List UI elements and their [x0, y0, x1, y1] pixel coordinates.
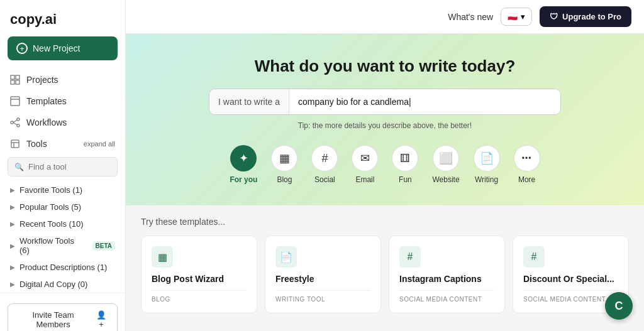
topbar: What's new 🇵🇱 ▾ 🛡 Upgrade to Pro	[126, 0, 644, 34]
blog-icon: ▦	[271, 145, 297, 171]
tools-header: Tools expand all	[0, 133, 125, 155]
svg-point-6	[11, 121, 13, 124]
tree-item-digital-ad[interactable]: ▶ Digital Ad Copy (0)	[0, 276, 125, 293]
instagram-card-title: Instagram Captions	[399, 274, 494, 284]
hero-title: What do you want to write today?	[255, 57, 516, 76]
svg-point-7	[17, 118, 19, 121]
tree-item-favorites[interactable]: ▶ Favorite Tools (1)	[0, 182, 125, 198]
svg-rect-4	[11, 97, 19, 106]
upgrade-button[interactable]: 🛡 Upgrade to Pro	[540, 6, 631, 27]
category-social[interactable]: # Social	[306, 141, 343, 188]
write-input-row: I want to write a	[209, 89, 561, 115]
freestyle-card-title: Freestyle	[275, 274, 370, 284]
category-email[interactable]: ✉ Email	[347, 141, 383, 188]
workflow-icon	[10, 117, 20, 128]
freestyle-card-tag: WRITING TOOL	[275, 290, 370, 303]
fun-label: Fun	[399, 175, 412, 184]
category-row: ✦ For you ▦ Blog # Social ✉ Email ⚅ Fun …	[225, 141, 545, 188]
new-project-button[interactable]: + New Project	[8, 36, 118, 60]
beta-badge: BETA	[92, 241, 115, 251]
freestyle-card-icon: 📄	[275, 246, 297, 268]
tree-arrow-icon: ▶	[10, 264, 15, 271]
svg-rect-2	[11, 80, 14, 84]
shield-icon: 🛡	[550, 12, 558, 21]
upgrade-label: Upgrade to Pro	[562, 12, 621, 21]
chat-bubble[interactable]: C	[605, 292, 633, 320]
tools-label: Tools	[26, 139, 47, 149]
workflow-tools-label: Workflow Tools (6)	[19, 236, 86, 255]
tree-item-product-desc[interactable]: ▶ Product Descriptions (1)	[0, 259, 125, 276]
discount-card-icon: #	[523, 246, 545, 268]
writing-label: Writing	[475, 175, 498, 184]
sidebar-item-projects[interactable]: Projects	[0, 69, 125, 90]
website-label: Website	[432, 175, 459, 184]
recent-label: Recent Tools (10)	[19, 219, 84, 229]
logo: copy.ai	[0, 0, 125, 36]
whats-new-button[interactable]: What's new	[448, 12, 493, 22]
invite-team-button[interactable]: Invite Team Members 👤+	[8, 303, 118, 331]
templates-section: Try these templates... ▦ Blog Post Wizar…	[126, 205, 644, 331]
for-you-icon: ✦	[230, 145, 257, 171]
language-button[interactable]: 🇵🇱 ▾	[501, 8, 532, 26]
category-more[interactable]: ••• More	[509, 141, 545, 188]
svg-line-10	[13, 122, 17, 125]
tree-arrow-icon: ▶	[10, 203, 15, 210]
template-card-blog[interactable]: ▦ Blog Post Wizard BLOG	[141, 236, 257, 313]
writing-icon: 📄	[474, 145, 500, 171]
svg-point-8	[17, 124, 19, 127]
template-card-instagram[interactable]: # Instagram Captions SOCIAL MEDIA CONTEN…	[389, 236, 505, 313]
instagram-card-icon: #	[399, 246, 421, 268]
write-label: I want to write a	[209, 89, 289, 114]
category-blog[interactable]: ▦ Blog	[266, 141, 303, 188]
hero-section: What do you want to write today? I want …	[126, 34, 644, 205]
tree-arrow-icon: ▶	[10, 281, 15, 288]
sidebar-item-workflows[interactable]: Workflows	[0, 112, 125, 133]
category-fun[interactable]: ⚅ Fun	[387, 141, 423, 188]
fun-icon: ⚅	[392, 145, 418, 171]
invite-icon: 👤+	[94, 310, 108, 329]
template-card-freestyle[interactable]: 📄 Freestyle WRITING TOOL	[265, 236, 381, 313]
sidebar: copy.ai + New Project Projects Templates…	[0, 0, 126, 331]
invite-label: Invite Team Members	[17, 310, 89, 329]
expand-all-button[interactable]: expand all	[84, 140, 115, 148]
svg-rect-11	[11, 140, 19, 148]
write-input[interactable]	[289, 89, 560, 114]
grid-icon	[10, 75, 20, 85]
templates-title: Try these templates...	[141, 217, 629, 227]
chevron-down-icon: ▾	[521, 12, 525, 21]
discount-card-tag: SOCIAL MEDIA CONTENT	[523, 290, 618, 303]
template-icon	[10, 96, 20, 106]
flag-icon: 🇵🇱	[508, 12, 518, 21]
svg-rect-0	[11, 75, 14, 79]
category-for-you[interactable]: ✦ For you	[225, 141, 262, 188]
main-content: What's new 🇵🇱 ▾ 🛡 Upgrade to Pro What do…	[126, 0, 644, 331]
plus-circle-icon: +	[16, 43, 28, 54]
category-website[interactable]: ⬜ Website	[427, 141, 464, 188]
templates-label: Templates	[26, 96, 67, 106]
tool-search-box: 🔍	[8, 157, 118, 176]
social-label: Social	[314, 175, 335, 184]
tree-arrow-icon: ▶	[10, 242, 15, 249]
email-icon: ✉	[352, 145, 378, 171]
category-writing[interactable]: 📄 Writing	[469, 141, 505, 188]
more-icon: •••	[514, 145, 540, 171]
projects-label: Projects	[26, 75, 58, 85]
tree-item-recent[interactable]: ▶ Recent Tools (10)	[0, 215, 125, 232]
popular-label: Popular Tools (5)	[19, 202, 81, 212]
sidebar-item-templates[interactable]: Templates	[0, 90, 125, 112]
svg-rect-3	[16, 80, 19, 84]
tree-item-workflow-tools[interactable]: ▶ Workflow Tools (6) BETA	[0, 232, 125, 259]
blog-card-title: Blog Post Wizard	[152, 274, 247, 284]
more-label: More	[518, 175, 535, 184]
tree-arrow-icon: ▶	[10, 187, 15, 193]
templates-grid: ▦ Blog Post Wizard BLOG 📄 Freestyle WRIT…	[141, 236, 629, 313]
digital-ad-label: Digital Ad Copy (0)	[19, 279, 87, 289]
blog-card-icon: ▦	[152, 246, 173, 268]
svg-line-9	[13, 120, 17, 122]
tree-item-popular[interactable]: ▶ Popular Tools (5)	[0, 198, 125, 215]
for-you-label: For you	[230, 175, 257, 184]
search-input[interactable]	[28, 162, 111, 171]
social-icon: #	[311, 145, 338, 171]
workflows-label: Workflows	[26, 117, 67, 128]
favorites-label: Favorite Tools (1)	[19, 185, 82, 195]
